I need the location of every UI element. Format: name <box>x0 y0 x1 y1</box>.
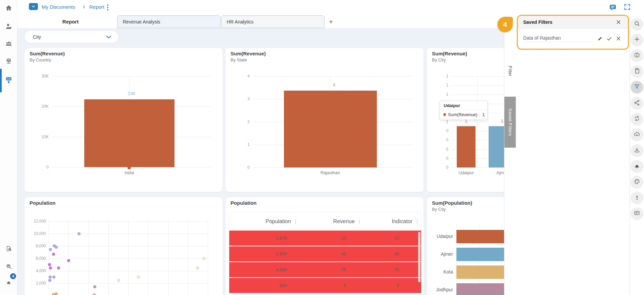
fullscreen-icon[interactable] <box>624 3 631 12</box>
scatter-point[interactable] <box>55 292 58 295</box>
hbar-udaipur[interactable] <box>456 230 504 243</box>
column-header-revenue[interactable]: Revenue| <box>296 218 360 225</box>
gridline <box>89 219 89 295</box>
y-cat-udaipur: Udaipur <box>427 234 453 239</box>
filter-strip: City <box>17 28 504 45</box>
close-icon[interactable] <box>614 19 623 25</box>
sidebar-item-user-group[interactable] <box>0 36 17 54</box>
gridline <box>451 94 504 95</box>
y-tick: 2,000 <box>24 281 46 286</box>
table-row[interactable]: -50055 <box>229 278 421 293</box>
scatter-point[interactable] <box>49 276 52 279</box>
hbar-ajmer[interactable] <box>456 248 504 261</box>
kebab-menu-icon[interactable] <box>105 4 110 11</box>
bar-rajasthan[interactable] <box>284 91 377 167</box>
sidebar-item-home[interactable] <box>0 0 17 18</box>
scatter-point[interactable] <box>57 266 60 269</box>
bar-ajmer[interactable] <box>489 126 504 167</box>
y-tick: 0 <box>427 156 448 161</box>
saved-filter-item[interactable]: Data of Rajasthan <box>518 29 628 49</box>
column-header-indicator[interactable]: Indicator| <box>360 218 418 225</box>
tab-hr-analytics[interactable]: HR Analytics <box>221 15 325 28</box>
delete-icon[interactable] <box>614 36 623 41</box>
gridline <box>188 219 188 295</box>
y-tick: 4,000 <box>24 268 46 273</box>
scatter-point[interactable] <box>55 246 58 249</box>
scatter-point[interactable] <box>93 293 96 295</box>
toolbar-search-button[interactable] <box>631 18 643 31</box>
y-tick: 6,000 <box>24 256 46 261</box>
saved-filters-panel: Saved Filters Data of Rajasthan <box>517 15 629 50</box>
right-side-tabs: Filter Saved Filters <box>504 15 516 295</box>
chevron-right-icon <box>82 4 86 10</box>
table-scrollbar[interactable] <box>418 232 420 282</box>
scatter-point[interactable] <box>49 266 52 269</box>
toolbar-download-button[interactable] <box>631 144 643 157</box>
share-icon <box>634 99 640 107</box>
add-tab-button[interactable]: + <box>329 16 333 28</box>
breadcrumb-my-documents[interactable]: My Documents <box>42 4 75 10</box>
bar-india[interactable] <box>84 99 175 167</box>
table-row[interactable]: -2,5004545 <box>229 246 421 261</box>
y-tick: 4 <box>226 74 250 79</box>
side-tab-filter[interactable]: Filter <box>504 47 516 95</box>
folder-icon[interactable] <box>29 3 38 10</box>
toolbar-refresh-button[interactable] <box>631 113 643 126</box>
y-tick: 1 <box>427 83 448 88</box>
scatter-point[interactable] <box>117 279 120 282</box>
toolbar-theme-palette-button[interactable] <box>631 176 643 189</box>
sidebar-item-report-search[interactable] <box>0 240 17 258</box>
scatter-point[interactable] <box>52 253 55 256</box>
toolbar-notifications-button[interactable] <box>631 160 643 173</box>
toolbar-add-button[interactable] <box>631 34 643 46</box>
scatter-point[interactable] <box>49 248 52 251</box>
chart-card-population-by-city: Sum(Population) By City UdaipurAjmerKota… <box>427 197 504 295</box>
scatter-point[interactable] <box>78 232 81 235</box>
sidebar-item-dashboard-presentation[interactable] <box>0 71 17 90</box>
scatter-point[interactable] <box>137 276 140 279</box>
scatter-point[interactable] <box>202 257 205 260</box>
scatter-point[interactable] <box>52 276 55 279</box>
chart-subtitle: By City <box>432 57 446 62</box>
city-filter-dropdown[interactable]: City <box>25 31 118 43</box>
scatter-point[interactable] <box>48 263 51 266</box>
side-tab-saved-filters[interactable]: Saved Filters <box>504 97 516 148</box>
panel-column <box>516 15 630 295</box>
column-header-population[interactable]: Population| <box>229 218 296 225</box>
toolbar-memory-card-button[interactable] <box>631 65 643 78</box>
scatter-point[interactable] <box>196 266 199 269</box>
gridline <box>49 283 208 284</box>
chart-card-revenue-by-city: Sum(Revenue) By City Udaipur Sum(Revenue… <box>427 48 504 192</box>
toolbar-alerts-button[interactable]: ! <box>631 192 643 204</box>
filter-icon <box>634 83 640 91</box>
toolbar-ai-insights-button[interactable] <box>631 49 643 62</box>
table-row[interactable]: 4,5007575 <box>229 262 421 277</box>
report-search-icon <box>5 245 12 253</box>
breadcrumb-report[interactable]: Report <box>89 4 104 10</box>
tab-revenue-analysis[interactable]: Revenue Analysis <box>117 15 220 28</box>
sidebar-item-user-settings[interactable] <box>0 18 17 36</box>
ai-insights-icon <box>634 52 640 60</box>
toolbar-cloud-download-button[interactable] <box>631 129 643 141</box>
hbar-jodhpur[interactable] <box>456 283 504 295</box>
gridline <box>51 76 211 77</box>
toolbar-share-button[interactable] <box>631 97 643 110</box>
bar-udaipur[interactable] <box>457 126 476 167</box>
hbar-kota[interactable] <box>456 265 504 279</box>
table-row[interactable]: 5,6781010 <box>229 231 421 246</box>
tab-report[interactable]: Report <box>24 15 117 28</box>
toolbar-filter-button[interactable] <box>631 81 643 94</box>
table-cell: 10 <box>292 236 351 241</box>
chat-icon[interactable] <box>609 3 617 13</box>
scatter-point[interactable] <box>67 259 70 262</box>
edit-icon[interactable] <box>595 36 604 41</box>
notification-badge: 4 <box>10 273 16 279</box>
scatter-point[interactable] <box>93 285 96 288</box>
table-cell: 75 <box>351 267 404 272</box>
scatter-point[interactable] <box>48 279 51 282</box>
sidebar-item-database[interactable] <box>0 53 17 71</box>
apply-check-icon[interactable] <box>604 36 614 42</box>
walkthrough-step-marker: 4 <box>497 17 513 32</box>
toolbar-comments-button[interactable] <box>631 207 643 220</box>
y-tick: 0 <box>427 165 448 170</box>
